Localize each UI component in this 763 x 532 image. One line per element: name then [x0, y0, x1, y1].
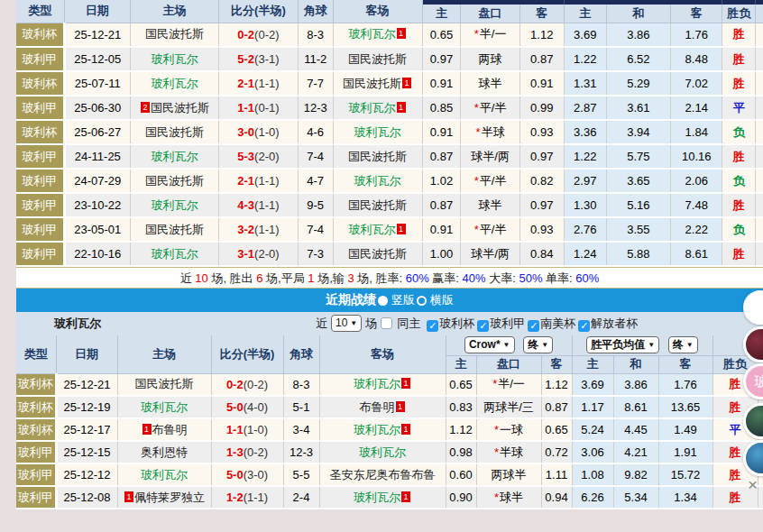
- team-name[interactable]: 玻利瓦尔: [354, 491, 400, 504]
- team-name[interactable]: 佩特莱罗独立: [134, 491, 205, 504]
- eu-home-odds: 2.76: [564, 217, 606, 242]
- ah-line-cell: *平/半: [461, 217, 519, 242]
- corner-cell: 4-6: [298, 120, 333, 144]
- star-icon: *: [474, 223, 479, 236]
- team-name[interactable]: 玻利瓦尔: [152, 198, 198, 212]
- ah-line-text: 球半: [479, 77, 502, 90]
- team-name[interactable]: 玻利瓦尔: [349, 101, 396, 115]
- eu-home-odds: 2.87: [564, 96, 606, 120]
- team-name[interactable]: 国民波托斯: [348, 52, 407, 66]
- eu-home-odds: 1.22: [564, 144, 606, 169]
- ah-away-odds: 0.72: [541, 441, 572, 463]
- ah-line-text: 球半: [479, 198, 502, 212]
- team-name[interactable]: 国民波托斯: [145, 223, 204, 236]
- radio-vertical-icon[interactable]: [378, 296, 388, 306]
- header-row-selects: 类型 日期 主场 比分(半场) 角球 客场 Crow*▼ 终▼ 胜平负均值▼ 终…: [16, 335, 763, 355]
- team-name[interactable]: 玻利瓦尔: [354, 125, 401, 139]
- team-name[interactable]: 国民波托斯: [343, 77, 401, 90]
- col-ah-home: 主: [422, 5, 461, 23]
- eu-away-odds: 8.61: [671, 242, 722, 266]
- score-cell: 3-1(2-0): [219, 242, 299, 266]
- away-team-cell: 国民波托斯1: [333, 71, 422, 96]
- team-name[interactable]: 玻利瓦尔: [349, 223, 396, 236]
- team-name[interactable]: 国民波托斯: [348, 150, 407, 163]
- col-corner: 角球: [283, 335, 319, 373]
- team-name[interactable]: 圣安东尼奥布鲁布鲁: [330, 468, 436, 482]
- col-eu-home: 主: [564, 5, 606, 23]
- checkbox-checked-icon[interactable]: ✓: [578, 320, 590, 332]
- team-name[interactable]: 玻利瓦尔: [354, 423, 400, 436]
- eu-draw-odds: 5.88: [606, 242, 670, 266]
- team-name[interactable]: 奥利恩特: [141, 445, 188, 459]
- match-row: 玻利杯25-07-11玻利瓦尔2-1(1-1)7-7国民波托斯10.91球半0.…: [16, 71, 763, 96]
- eu-draw-odds: 5.75: [606, 144, 670, 169]
- close-icon[interactable]: ×: [748, 476, 758, 493]
- average-select-group: 胜平负均值▼ 终▼: [572, 335, 712, 355]
- radio-horizontal-label[interactable]: 横版: [430, 292, 454, 308]
- checkbox-checked-icon[interactable]: ✓: [528, 320, 539, 332]
- corner-cell: 7-7: [298, 71, 333, 96]
- team-name[interactable]: 布鲁明: [152, 423, 188, 436]
- team-name[interactable]: 玻利瓦尔: [152, 247, 198, 261]
- away-team-cell: 玻利瓦尔1: [319, 418, 446, 441]
- team-name[interactable]: 玻利瓦尔: [354, 377, 400, 390]
- team-name[interactable]: 布鲁明: [360, 400, 395, 414]
- summary-segment: 单率:: [542, 271, 575, 285]
- team-name[interactable]: 国民波托斯: [145, 125, 204, 139]
- league-cell: 玻利甲: [16, 463, 56, 486]
- radio-vertical-label[interactable]: 竖版: [391, 292, 415, 308]
- checkbox-checked-icon[interactable]: ✓: [477, 320, 489, 332]
- summary-segment: 场,平局: [262, 271, 308, 285]
- away-team-cell: 国民波托斯: [333, 47, 422, 71]
- same-home-checkbox[interactable]: [381, 317, 392, 329]
- eu-away-odds: 7.48: [671, 193, 722, 217]
- team-name[interactable]: 国民波托斯: [145, 27, 204, 41]
- score-cell: 3-2(1-1): [219, 217, 299, 242]
- home-team-cell: 玻利瓦尔: [131, 144, 219, 169]
- team-name[interactable]: 国民波托斯: [151, 101, 209, 115]
- team-name[interactable]: 玻利瓦尔: [152, 77, 198, 90]
- team-name[interactable]: 国民波托斯: [135, 377, 194, 390]
- home-team-cell: 玻利瓦尔: [131, 71, 219, 96]
- radio-horizontal-icon[interactable]: [417, 296, 427, 306]
- team-name[interactable]: 玻利瓦尔: [349, 27, 396, 41]
- team-name[interactable]: 玻利瓦尔: [354, 174, 401, 188]
- half-score: (3-0): [244, 468, 268, 482]
- average-select[interactable]: 胜平负均值▼: [586, 336, 659, 353]
- eu-draw-odds: 5.34: [613, 486, 658, 509]
- eu-away-odds: 1.84: [671, 120, 722, 144]
- eu-draw-odds: 4.45: [613, 418, 658, 441]
- date-cell: 25-12-21: [64, 23, 130, 47]
- col-ah-line: 盘口: [461, 5, 519, 23]
- team-name[interactable]: 国民波托斯: [145, 174, 204, 188]
- full-score: 1-2: [226, 491, 244, 504]
- ah-home-odds: 1.12: [446, 418, 476, 441]
- team-name[interactable]: 玻利瓦尔: [152, 52, 198, 66]
- eu-away-odds: 13.65: [658, 396, 712, 418]
- match-row: 玻利甲25-06-302国民波托斯1-1(0-1)12-3玻利瓦尔10.85*平…: [16, 96, 763, 120]
- away-team-cell: 玻利瓦尔1: [319, 373, 446, 396]
- half-score: (0-2): [244, 378, 268, 391]
- half-score: (2-0): [254, 150, 279, 163]
- checkbox-checked-icon[interactable]: ✓: [427, 320, 438, 332]
- team-name[interactable]: 国民波托斯: [348, 198, 407, 212]
- bookmaker-select[interactable]: Crow*▼: [464, 336, 515, 353]
- handicap-result-cell: [758, 486, 763, 509]
- team-name[interactable]: 国民波托斯: [348, 247, 407, 261]
- away-team-cell: 圣安东尼奥布鲁布鲁: [319, 463, 446, 486]
- ah-line-cell: *半/一: [476, 373, 541, 396]
- eu-away-odds: 1.76: [658, 373, 712, 396]
- col-eu-draw: 和: [613, 355, 658, 373]
- col-ah-away: 客: [519, 5, 564, 23]
- team-name[interactable]: 玻利瓦尔: [141, 400, 188, 414]
- match-row: 玻利甲24-07-29国民波托斯2-1(1-1)4-7玻利瓦尔1.02*平/半0…: [16, 169, 763, 193]
- match-count-select[interactable]: 10▼: [331, 315, 362, 332]
- league-cell: 玻利杯: [16, 23, 64, 47]
- final-odds-select-b[interactable]: 终▼: [668, 336, 698, 353]
- team-name[interactable]: 玻利瓦尔: [141, 468, 188, 482]
- league-cell: 玻利杯: [16, 396, 56, 418]
- team-name[interactable]: 玻利瓦尔: [359, 445, 406, 459]
- final-odds-select-a[interactable]: 终▼: [523, 336, 553, 353]
- half-score: (1-0): [254, 125, 279, 139]
- team-name[interactable]: 玻利瓦尔: [152, 150, 198, 163]
